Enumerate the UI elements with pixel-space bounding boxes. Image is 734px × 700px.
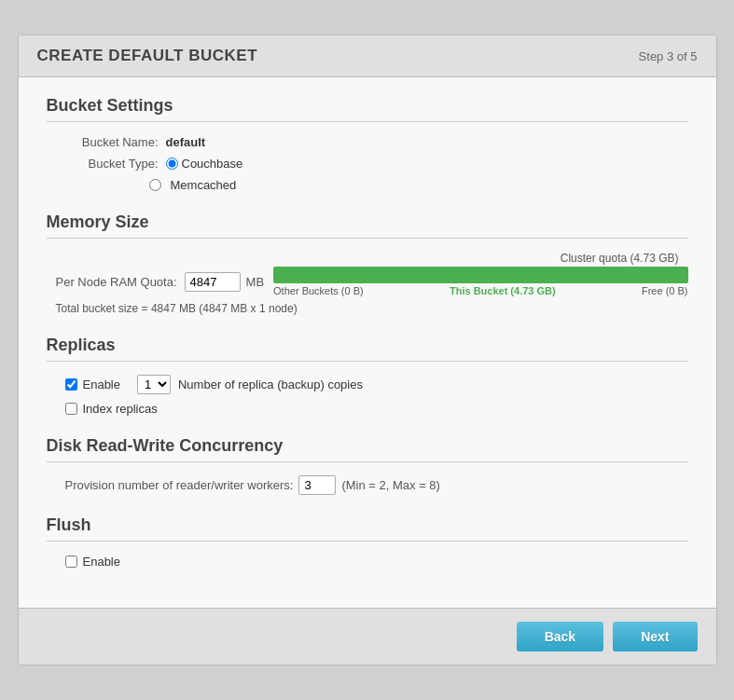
flush-enable-label: Enable <box>83 555 120 569</box>
index-replicas-row: Index replicas <box>47 402 688 416</box>
dialog-title: CREATE DEFAULT BUCKET <box>37 47 258 65</box>
dialog-footer: Back Next <box>19 608 716 665</box>
bucket-settings-title: Bucket Settings <box>47 96 688 122</box>
per-node-label: Per Node RAM Quota: <box>56 275 177 289</box>
enable-replicas-label: Enable <box>83 377 120 391</box>
radio-memcached-text: Memcached <box>171 178 237 192</box>
dialog-header: CREATE DEFAULT BUCKET Step 3 of 5 <box>19 35 716 77</box>
memory-size-section: Memory Size Cluster quota (4.73 GB) Per … <box>47 213 688 315</box>
quota-bar-area: Other Buckets (0 B) This Bucket (4.73 GB… <box>273 267 687 296</box>
create-bucket-dialog: CREATE DEFAULT BUCKET Step 3 of 5 Bucket… <box>18 34 717 666</box>
mb-label: MB <box>246 275 265 289</box>
next-button[interactable]: Next <box>613 622 697 652</box>
flush-section: Flush Enable <box>47 515 688 569</box>
bucket-type-memcached-row: Memcached <box>47 178 688 192</box>
dialog-body: Bucket Settings Bucket Name: default Buc… <box>19 77 716 608</box>
radio-couchbase-text: Couchbase <box>182 157 243 171</box>
bar-label-this: This Bucket (4.73 GB) <box>450 285 556 296</box>
index-replicas-checkbox[interactable] <box>65 403 77 415</box>
disk-section: Disk Read-Write Concurrency Provision nu… <box>47 436 688 495</box>
back-button[interactable]: Back <box>517 622 603 652</box>
bucket-name-label: Bucket Name: <box>56 135 159 149</box>
disk-provision-label: Provision number of reader/writer worker… <box>65 478 294 492</box>
disk-provision-input[interactable] <box>298 475 336 495</box>
replica-count-select[interactable]: 1 2 3 <box>137 375 171 394</box>
disk-hint: (Min = 2, Max = 8) <box>341 478 439 492</box>
memory-size-title: Memory Size <box>47 213 688 239</box>
flush-title: Flush <box>47 515 688 542</box>
radio-couchbase[interactable] <box>166 158 178 170</box>
bar-label-free: Free (0 B) <box>642 285 688 296</box>
bucket-name-row: Bucket Name: default <box>47 135 688 149</box>
total-size-text: Total bucket size = 4847 MB (4847 MB x 1… <box>47 302 688 315</box>
bucket-type-label: Bucket Type: <box>56 157 159 171</box>
replica-copies-label: Number of replica (backup) copies <box>178 377 363 391</box>
bucket-type-row: Bucket Type: Couchbase <box>47 157 688 171</box>
per-node-input[interactable] <box>185 272 241 292</box>
replicas-section: Replicas Enable 1 2 3 Number of replica … <box>47 336 688 416</box>
replicas-title: Replicas <box>47 336 688 362</box>
enable-replicas-checkbox[interactable] <box>65 378 77 391</box>
quota-bar <box>273 267 687 283</box>
per-node-row: Per Node RAM Quota: MB Other Buckets (0 … <box>47 267 688 296</box>
quota-bar-labels: Other Buckets (0 B) This Bucket (4.73 GB… <box>273 285 687 296</box>
index-replicas-label: Index replicas <box>83 402 158 416</box>
radio-memcached[interactable] <box>149 179 161 191</box>
flush-enable-checkbox[interactable] <box>65 556 77 568</box>
flush-enable-row: Enable <box>47 555 688 569</box>
dialog-step: Step 3 of 5 <box>639 49 698 63</box>
enable-replicas-row: Enable 1 2 3 Number of replica (backup) … <box>47 375 688 394</box>
bucket-settings-section: Bucket Settings Bucket Name: default Buc… <box>47 96 688 192</box>
disk-row: Provision number of reader/writer worker… <box>47 475 688 495</box>
disk-title: Disk Read-Write Concurrency <box>47 436 688 462</box>
bucket-name-value: default <box>166 135 206 149</box>
cluster-quota-row: Cluster quota (4.73 GB) <box>47 252 688 265</box>
radio-memcached-label[interactable]: Memcached <box>149 178 237 192</box>
bar-label-other: Other Buckets (0 B) <box>273 285 364 296</box>
cluster-quota-label: Cluster quota (4.73 GB) <box>561 252 679 265</box>
radio-couchbase-label[interactable]: Couchbase <box>166 157 243 171</box>
